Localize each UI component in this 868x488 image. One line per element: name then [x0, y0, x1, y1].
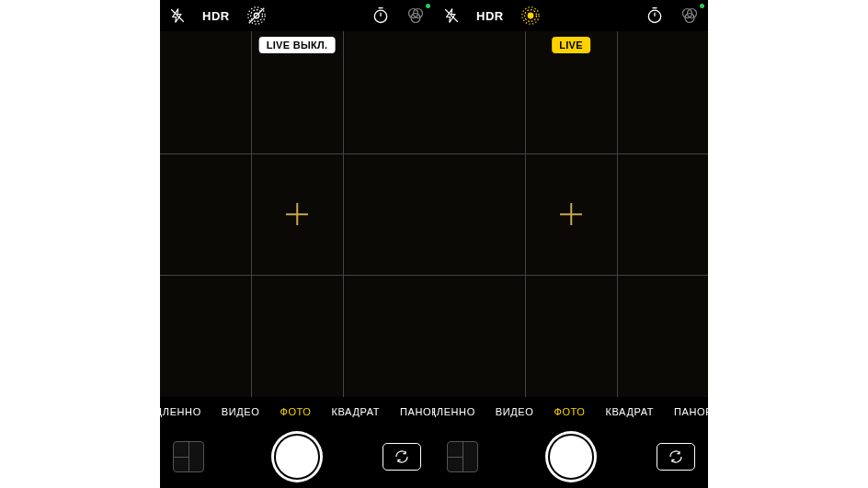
- grid-line: [160, 153, 434, 154]
- grid-line: [434, 153, 708, 154]
- filters-icon[interactable]: [680, 6, 699, 25]
- grid-line: [525, 31, 526, 397]
- mode-photo[interactable]: ФОТО: [280, 406, 311, 417]
- last-photo-thumbnail[interactable]: [173, 441, 204, 472]
- live-status-pill: LIVE ВЫКЛ.: [259, 37, 336, 53]
- live-photo-icon[interactable]: [246, 6, 267, 26]
- mode-slomo[interactable]: ЕДЛЕННО: [434, 406, 475, 417]
- mode-square[interactable]: КВАДРАТ: [606, 406, 655, 417]
- flash-icon[interactable]: [169, 7, 186, 24]
- mode-pano[interactable]: ПАНОР: [400, 406, 434, 417]
- hdr-toggle[interactable]: HDR: [476, 9, 504, 23]
- mode-photo[interactable]: ФОТО: [554, 406, 585, 417]
- svg-point-10: [528, 13, 533, 18]
- mode-selector[interactable]: ЕДЛЕННО ВИДЕО ФОТО КВАДРАТ ПАНОР: [160, 399, 434, 425]
- switch-camera-button[interactable]: [657, 443, 695, 471]
- timer-icon[interactable]: [645, 6, 664, 25]
- switch-camera-button[interactable]: [383, 443, 421, 471]
- grid-line: [343, 31, 344, 397]
- viewfinder[interactable]: LIVE: [434, 31, 708, 397]
- grid-line: [434, 275, 708, 276]
- shutter-button[interactable]: [545, 431, 597, 482]
- live-status-pill: LIVE: [552, 37, 590, 53]
- mode-square[interactable]: КВАДРАТ: [332, 406, 381, 417]
- viewfinder[interactable]: LIVE ВЫКЛ.: [160, 31, 434, 397]
- timer-icon[interactable]: [371, 6, 390, 25]
- camera-screen-live-off: HDR LIVE ВЫКЛ. ЕДЛЕННО: [160, 0, 434, 488]
- bottom-controls: [434, 426, 708, 488]
- grid-line: [617, 31, 618, 397]
- top-toolbar: HDR: [160, 0, 434, 31]
- focus-crosshair: [560, 203, 582, 225]
- focus-crosshair: [286, 203, 308, 225]
- mode-pano[interactable]: ПАНОР: [674, 406, 708, 417]
- bottom-controls: [160, 426, 434, 488]
- filters-icon[interactable]: [406, 6, 425, 25]
- mode-video[interactable]: ВИДЕО: [222, 406, 260, 417]
- grid-line: [160, 275, 434, 276]
- mode-slomo[interactable]: ЕДЛЕННО: [160, 406, 201, 417]
- live-photo-icon[interactable]: [520, 6, 541, 26]
- mode-selector[interactable]: ЕДЛЕННО ВИДЕО ФОТО КВАДРАТ ПАНОР: [434, 399, 708, 425]
- shutter-button[interactable]: [271, 431, 323, 482]
- top-toolbar: HDR: [434, 0, 708, 31]
- camera-screen-live-on: HDR LIVE ЕДЛЕННО ВИ: [434, 0, 708, 488]
- grid-line: [251, 31, 252, 397]
- hdr-toggle[interactable]: HDR: [202, 9, 230, 23]
- mode-video[interactable]: ВИДЕО: [496, 406, 534, 417]
- flash-icon[interactable]: [443, 7, 460, 24]
- last-photo-thumbnail[interactable]: [447, 441, 478, 472]
